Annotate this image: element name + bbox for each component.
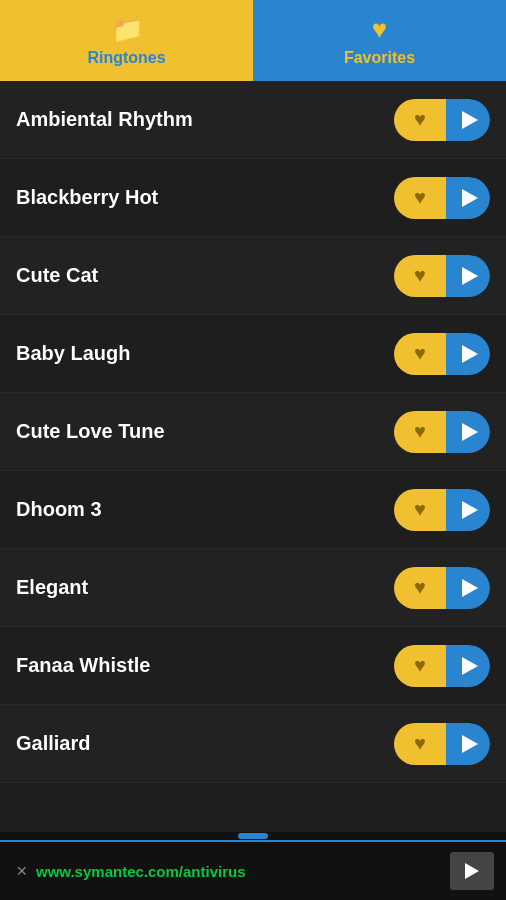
- ringtone-toggle[interactable]: ♥: [394, 333, 490, 375]
- bottom-left: ✕ www.symantec.com/antivirus: [12, 863, 246, 880]
- heart-icon: ♥: [414, 108, 426, 131]
- ringtone-name: Dhoom 3: [16, 498, 102, 521]
- favorite-button[interactable]: ♥: [394, 567, 446, 609]
- ringtone-toggle[interactable]: ♥: [394, 645, 490, 687]
- ringtone-item: Galliard ♥: [0, 705, 506, 783]
- heart-icon: ♥: [372, 14, 387, 45]
- bottom-bar: ✕ www.symantec.com/antivirus: [0, 840, 506, 900]
- ringtone-toggle[interactable]: ♥: [394, 411, 490, 453]
- ringtone-item: Blackberry Hot ♥: [0, 159, 506, 237]
- folder-icon: 📁: [111, 14, 143, 45]
- ringtone-name: Cute Love Tune: [16, 420, 165, 443]
- ringtone-item: Dhoom 3 ♥: [0, 471, 506, 549]
- tab-ringtones-label: Ringtones: [87, 49, 165, 67]
- ringtone-name: Galliard: [16, 732, 90, 755]
- heart-icon: ♥: [414, 576, 426, 599]
- play-icon: [462, 423, 478, 441]
- play-icon: [462, 189, 478, 207]
- play-button[interactable]: [446, 333, 490, 375]
- play-button[interactable]: [446, 489, 490, 531]
- ringtone-toggle[interactable]: ♥: [394, 177, 490, 219]
- ringtone-item: Ambiental Rhythm ♥: [0, 81, 506, 159]
- scroll-dot: [238, 833, 268, 839]
- play-icon: [462, 501, 478, 519]
- heart-icon: ♥: [414, 420, 426, 443]
- ringtone-toggle[interactable]: ♥: [394, 567, 490, 609]
- play-button[interactable]: [446, 177, 490, 219]
- ringtone-toggle[interactable]: ♥: [394, 255, 490, 297]
- play-icon: [462, 345, 478, 363]
- play-button[interactable]: [446, 99, 490, 141]
- play-button[interactable]: [446, 645, 490, 687]
- tab-ringtones[interactable]: 📁 Ringtones: [0, 0, 253, 81]
- ringtone-name: Fanaa Whistle: [16, 654, 150, 677]
- ringtone-item: Fanaa Whistle ♥: [0, 627, 506, 705]
- scroll-indicator: [0, 832, 506, 840]
- ringtone-toggle[interactable]: ♥: [394, 723, 490, 765]
- ringtone-item: Cute Cat ♥: [0, 237, 506, 315]
- ringtone-name: Baby Laugh: [16, 342, 130, 365]
- arrow-icon: [465, 863, 479, 879]
- ringtone-item: Elegant ♥: [0, 549, 506, 627]
- ringtone-name: Ambiental Rhythm: [16, 108, 193, 131]
- ad-url[interactable]: www.symantec.com/antivirus: [36, 863, 246, 880]
- heart-icon: ♥: [414, 498, 426, 521]
- favorite-button[interactable]: ♥: [394, 723, 446, 765]
- play-icon: [462, 657, 478, 675]
- play-button[interactable]: [446, 411, 490, 453]
- play-icon: [462, 735, 478, 753]
- heart-icon: ♥: [414, 654, 426, 677]
- play-icon: [462, 579, 478, 597]
- favorite-button[interactable]: ♥: [394, 255, 446, 297]
- ringtone-item: Baby Laugh ♥: [0, 315, 506, 393]
- play-button[interactable]: [446, 255, 490, 297]
- favorite-button[interactable]: ♥: [394, 333, 446, 375]
- heart-icon: ♥: [414, 732, 426, 755]
- ringtone-name: Blackberry Hot: [16, 186, 158, 209]
- heart-icon: ♥: [414, 186, 426, 209]
- heart-icon: ♥: [414, 342, 426, 365]
- ad-go-button[interactable]: [450, 852, 494, 890]
- play-icon: [462, 111, 478, 129]
- favorite-button[interactable]: ♥: [394, 489, 446, 531]
- ringtone-toggle[interactable]: ♥: [394, 99, 490, 141]
- ringtone-name: Cute Cat: [16, 264, 98, 287]
- ringtone-toggle[interactable]: ♥: [394, 489, 490, 531]
- ringtone-list: Ambiental Rhythm ♥ Blackberry Hot ♥ Cute…: [0, 81, 506, 832]
- play-button[interactable]: [446, 723, 490, 765]
- tab-favorites[interactable]: ♥ Favorites: [253, 0, 506, 81]
- ringtone-name: Elegant: [16, 576, 88, 599]
- favorite-button[interactable]: ♥: [394, 411, 446, 453]
- favorite-button[interactable]: ♥: [394, 177, 446, 219]
- favorite-button[interactable]: ♥: [394, 645, 446, 687]
- favorite-button[interactable]: ♥: [394, 99, 446, 141]
- play-icon: [462, 267, 478, 285]
- tabs-container: 📁 Ringtones ♥ Favorites: [0, 0, 506, 81]
- ringtone-item: Cute Love Tune ♥: [0, 393, 506, 471]
- close-ad-button[interactable]: ✕: [16, 863, 28, 879]
- heart-icon: ♥: [414, 264, 426, 287]
- play-button[interactable]: [446, 567, 490, 609]
- tab-favorites-label: Favorites: [344, 49, 415, 67]
